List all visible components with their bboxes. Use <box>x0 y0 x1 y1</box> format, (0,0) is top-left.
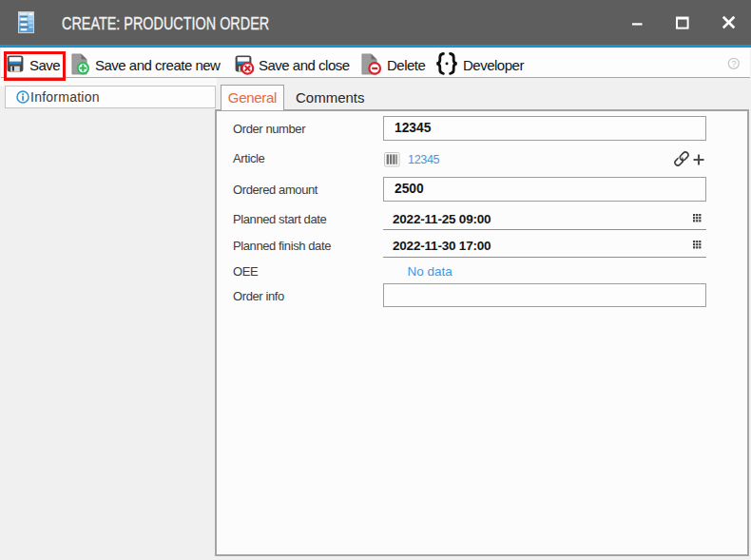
svg-text:?: ? <box>731 58 736 68</box>
